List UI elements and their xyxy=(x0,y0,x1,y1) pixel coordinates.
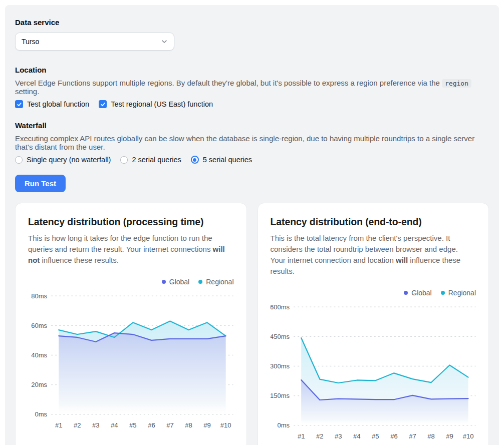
latency-card-end-to-end: Latency distribution (end-to-end)This is… xyxy=(258,203,489,445)
chart-legend: GlobalRegional xyxy=(28,278,234,286)
x-axis-tick: #8 xyxy=(427,432,435,440)
y-axis-tick: 40ms xyxy=(31,351,47,359)
x-axis-tick: #1 xyxy=(297,432,305,440)
waterfall-radio-row: Single query (no waterfall)2 serial quer… xyxy=(15,156,489,164)
x-axis-tick: #7 xyxy=(409,432,416,440)
x-axis-tick: #3 xyxy=(92,421,100,429)
x-axis-tick: #6 xyxy=(148,421,155,429)
checkbox-label: Test global function xyxy=(27,100,89,108)
radio-5-serial-queries[interactable]: 5 serial queries xyxy=(191,156,252,164)
x-axis-tick: #10 xyxy=(462,432,473,440)
chart-legend: GlobalRegional xyxy=(271,289,476,297)
legend-dot-icon xyxy=(404,291,408,295)
radio-unselected-icon[interactable] xyxy=(15,156,23,164)
y-axis-tick: 300ms xyxy=(271,362,290,370)
checkbox-test-regional-us-east-function[interactable]: Test regional (US East) function xyxy=(99,100,213,108)
y-axis-tick: 60ms xyxy=(31,322,47,329)
latency-card-processing-time: Latency distribution (processing time)Th… xyxy=(15,203,247,445)
radio-unselected-icon[interactable] xyxy=(120,156,128,164)
data-service-heading: Data service xyxy=(15,18,489,27)
x-axis-tick: #2 xyxy=(316,432,324,440)
legend-global: Global xyxy=(162,278,189,286)
data-service-selected-value: Turso xyxy=(22,38,39,46)
y-axis-tick: 600ms xyxy=(271,303,290,311)
legend-dot-icon xyxy=(162,280,166,284)
x-axis-tick: #1 xyxy=(55,421,63,429)
x-axis-tick: #4 xyxy=(353,432,361,440)
radio-label: 2 serial queries xyxy=(132,156,181,164)
checkbox-label: Test regional (US East) function xyxy=(111,100,213,108)
x-axis-tick: #9 xyxy=(203,421,211,429)
waterfall-heading: Waterfall xyxy=(15,121,489,130)
x-axis-tick: #7 xyxy=(166,421,174,429)
radio-label: Single query (no waterfall) xyxy=(27,156,111,164)
card-title: Latency distribution (end-to-end) xyxy=(271,216,476,228)
latency-chart: 0ms20ms40ms60ms80ms#1#2#3#4#5#6#7#8#9#10 xyxy=(28,289,234,432)
data-service-select[interactable]: Turso xyxy=(15,33,174,51)
x-axis-tick: #10 xyxy=(220,421,231,429)
legend-regional: Regional xyxy=(198,278,233,286)
location-heading: Location xyxy=(15,66,489,74)
global-area xyxy=(59,333,225,414)
x-axis-tick: #2 xyxy=(74,421,81,429)
radio-label: 5 serial queries xyxy=(203,156,252,164)
card-description: This is the total latency from the clien… xyxy=(271,233,472,277)
location-description: Vercel Edge Functions support multiple r… xyxy=(15,79,489,96)
card-title: Latency distribution (processing time) xyxy=(28,216,234,228)
checkbox-checked-icon[interactable] xyxy=(15,100,23,108)
location-checkbox-row: Test global functionTest regional (US Ea… xyxy=(15,100,489,108)
y-axis-tick: 20ms xyxy=(31,381,47,388)
legend-regional: Regional xyxy=(441,289,476,297)
legend-dot-icon xyxy=(198,280,202,284)
chevron-down-icon xyxy=(161,38,168,45)
checkbox-test-global-function[interactable]: Test global function xyxy=(15,100,89,108)
x-axis-tick: #5 xyxy=(372,432,379,440)
latency-cards-row: Latency distribution (processing time)Th… xyxy=(15,203,489,445)
x-axis-tick: #8 xyxy=(185,421,192,429)
x-axis-tick: #6 xyxy=(390,432,398,440)
card-description: This is how long it takes for the edge f… xyxy=(28,233,229,266)
x-axis-tick: #5 xyxy=(129,421,137,429)
waterfall-description: Executing complex API routes globally ca… xyxy=(15,134,489,151)
radio-2-serial-queries[interactable]: 2 serial queries xyxy=(120,156,181,164)
legend-global: Global xyxy=(404,289,431,297)
latency-chart: 0ms150ms300ms450ms600ms#1#2#3#4#5#6#7#8#… xyxy=(271,300,476,443)
y-axis-tick: 0ms xyxy=(35,411,48,418)
legend-dot-icon xyxy=(441,291,445,295)
inline-code: region xyxy=(442,79,471,88)
x-axis-tick: #4 xyxy=(111,421,118,429)
radio-selected-icon[interactable] xyxy=(191,156,199,164)
checkbox-checked-icon[interactable] xyxy=(99,100,107,108)
x-axis-tick: #9 xyxy=(446,432,453,440)
y-axis-tick: 0ms xyxy=(277,422,290,429)
radio-single-query-no-waterfall[interactable]: Single query (no waterfall) xyxy=(15,156,111,164)
y-axis-tick: 80ms xyxy=(31,292,47,300)
x-axis-tick: #3 xyxy=(335,432,342,440)
y-axis-tick: 450ms xyxy=(271,333,290,340)
run-test-button[interactable]: Run Test xyxy=(15,175,66,192)
main-panel: Data service Turso Location Vercel Edge … xyxy=(5,5,499,445)
y-axis-tick: 150ms xyxy=(271,392,290,399)
